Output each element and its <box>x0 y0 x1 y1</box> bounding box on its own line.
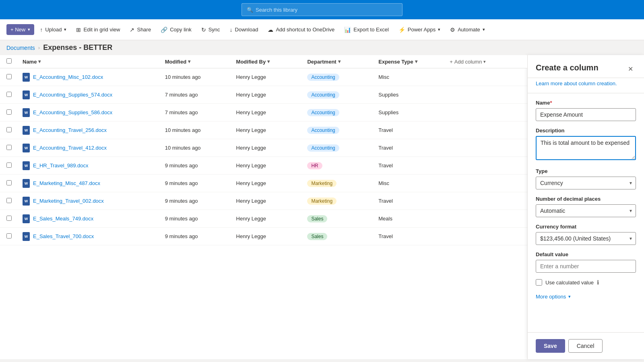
file-name-link[interactable]: E_Sales_Meals_749.docx <box>33 216 93 222</box>
row-modified-by-col: Henry Legge <box>236 198 308 204</box>
row-checkbox[interactable] <box>6 109 12 115</box>
sync-button[interactable]: ↻ Sync <box>197 24 224 35</box>
download-button[interactable]: ↓ Download <box>226 24 262 35</box>
name-field-input[interactable] <box>536 108 636 121</box>
decimal-select[interactable]: Automatic012345 <box>536 204 636 217</box>
row-checkbox[interactable] <box>6 198 12 203</box>
row-checkbox[interactable] <box>6 216 12 221</box>
department-badge: Accounting <box>307 144 339 152</box>
more-options-button[interactable]: More options ▾ <box>536 292 636 301</box>
copy-link-label: Copy link <box>170 27 191 33</box>
table-row[interactable]: W E_Accounting_Supplies_574.docx 7 minut… <box>0 86 527 104</box>
calculated-value-info-icon[interactable]: ℹ <box>597 279 599 286</box>
file-name-link[interactable]: E_Marketing_Travel_002.docx <box>33 198 104 204</box>
row-checkbox-col <box>6 92 23 98</box>
table-row[interactable]: W E_Marketing_Misc_487.docx 9 minutes ag… <box>0 175 527 192</box>
row-checkbox[interactable] <box>6 180 12 185</box>
name-column-header[interactable]: Name ▾ <box>23 59 165 65</box>
search-icon: 🔍 <box>247 7 253 13</box>
download-label: Download <box>235 27 258 33</box>
file-name-link[interactable]: E_Accounting_Misc_102.docx <box>33 74 103 80</box>
share-icon: ↗ <box>130 27 134 33</box>
word-file-icon: W <box>23 179 30 188</box>
more-options-label: More options <box>536 294 566 300</box>
file-name-link[interactable]: E_Accounting_Supplies_574.docx <box>33 92 112 98</box>
table-row[interactable]: W E_Accounting_Travel_412.docx 10 minute… <box>0 139 527 157</box>
modified-column-header[interactable]: Modified ▾ <box>165 59 236 65</box>
file-name-link[interactable]: E_Accounting_Travel_256.docx <box>33 127 107 133</box>
add-shortcut-button[interactable]: ☁ Add shortcut to OneDrive <box>264 24 339 35</box>
power-apps-label: Power Apps <box>408 27 436 33</box>
type-field-label: Type <box>536 168 636 174</box>
description-field-textarea[interactable] <box>536 136 636 160</box>
select-all-checkbox[interactable] <box>6 58 12 64</box>
save-button[interactable]: Save <box>536 339 565 353</box>
row-checkbox-col <box>6 74 23 80</box>
default-value-input[interactable] <box>536 260 636 273</box>
learn-more-link[interactable]: Learn more about column creation. <box>528 78 644 93</box>
row-name-col: W E_Accounting_Supplies_586.docx <box>23 108 165 117</box>
department-badge: HR <box>307 162 322 169</box>
modified-by-column-header[interactable]: Modified By ▾ <box>236 59 308 65</box>
export-excel-button[interactable]: 📊 Export to Excel <box>340 24 392 35</box>
row-expense-type-col: Misc <box>378 74 450 80</box>
edit-grid-label: Edit in grid view <box>83 27 120 33</box>
row-checkbox[interactable] <box>6 92 12 97</box>
description-field-group: Description <box>536 128 636 162</box>
department-badge: Sales <box>307 233 327 240</box>
new-button[interactable]: + New ▾ <box>6 24 34 35</box>
table-row[interactable]: W E_Sales_Meals_749.docx 9 minutes ago H… <box>0 210 527 228</box>
row-modified-col: 7 minutes ago <box>165 92 236 98</box>
department-badge: Accounting <box>307 91 339 99</box>
file-name-link[interactable]: E_Accounting_Supplies_586.docx <box>33 109 112 115</box>
row-name-col: W E_Marketing_Misc_487.docx <box>23 179 165 188</box>
row-modified-col: 10 minutes ago <box>165 127 236 133</box>
table-row[interactable]: W E_Accounting_Supplies_586.docx 7 minut… <box>0 104 527 121</box>
add-column-button[interactable]: + Add column ▾ <box>450 59 521 65</box>
file-name-link[interactable]: E_Accounting_Travel_412.docx <box>33 145 107 151</box>
row-checkbox[interactable] <box>6 127 12 132</box>
automate-button[interactable]: ⚙ Automate ▾ <box>446 24 489 35</box>
file-name-link[interactable]: E_Marketing_Misc_487.docx <box>33 180 100 186</box>
add-col-chevron-icon: ▾ <box>483 59 486 64</box>
table-row[interactable]: W E_Sales_Travel_700.docx 9 minutes ago … <box>0 228 527 245</box>
download-icon: ↓ <box>230 27 233 33</box>
upload-button[interactable]: ↑ Upload ▾ <box>36 24 70 35</box>
row-modified-col: 7 minutes ago <box>165 109 236 115</box>
new-chevron-icon: ▾ <box>28 27 30 32</box>
table-row[interactable]: W E_Accounting_Misc_102.docx 10 minutes … <box>0 68 527 86</box>
breadcrumb-parent[interactable]: Documents <box>6 45 35 51</box>
file-name-link[interactable]: E_Sales_Travel_700.docx <box>33 233 94 239</box>
row-checkbox-col <box>6 162 23 169</box>
cancel-button[interactable]: Cancel <box>568 339 603 353</box>
row-checkbox[interactable] <box>6 233 12 239</box>
table-row[interactable]: W E_Marketing_Travel_002.docx 9 minutes … <box>0 192 527 210</box>
expense-type-column-header[interactable]: Expense Type ▾ <box>378 59 450 65</box>
row-department-col: Accounting <box>307 127 378 134</box>
table-row[interactable]: W E_Accounting_Travel_256.docx 10 minute… <box>0 121 527 139</box>
row-expense-type-col: Misc <box>378 180 450 186</box>
row-checkbox[interactable] <box>6 162 12 168</box>
upload-icon: ↑ <box>40 27 43 33</box>
sync-label: Sync <box>208 27 220 33</box>
row-modified-by-col: Henry Legge <box>236 92 308 98</box>
share-button[interactable]: ↗ Share <box>126 24 155 35</box>
type-select[interactable]: Single line of textMultiple lines of tex… <box>536 177 636 189</box>
table-row[interactable]: W E_HR_Travel_989.docx 9 minutes ago Hen… <box>0 157 527 175</box>
department-column-header[interactable]: Department ▾ <box>307 59 378 65</box>
power-apps-icon: ⚡ <box>398 27 405 33</box>
row-checkbox[interactable] <box>6 145 12 150</box>
power-apps-button[interactable]: ⚡ Power Apps ▾ <box>394 24 444 35</box>
row-expense-type-col: Travel <box>378 198 450 204</box>
panel-close-button[interactable]: ✕ <box>625 63 636 74</box>
power-apps-chevron-icon: ▾ <box>438 27 440 32</box>
name-required-indicator: * <box>550 100 552 106</box>
row-checkbox[interactable] <box>6 74 12 79</box>
calculated-value-checkbox[interactable] <box>536 279 542 286</box>
currency-format-select[interactable]: $123,456.00 (United States)€123.456,00 (… <box>536 232 636 245</box>
breadcrumb: Documents › Expenses - BETTER <box>0 40 644 55</box>
edit-grid-button[interactable]: ⊞ Edit in grid view <box>72 24 124 35</box>
search-box[interactable]: 🔍 Search this library <box>242 3 402 16</box>
copy-link-button[interactable]: 🔗 Copy link <box>157 24 195 35</box>
file-name-link[interactable]: E_HR_Travel_989.docx <box>33 162 89 169</box>
